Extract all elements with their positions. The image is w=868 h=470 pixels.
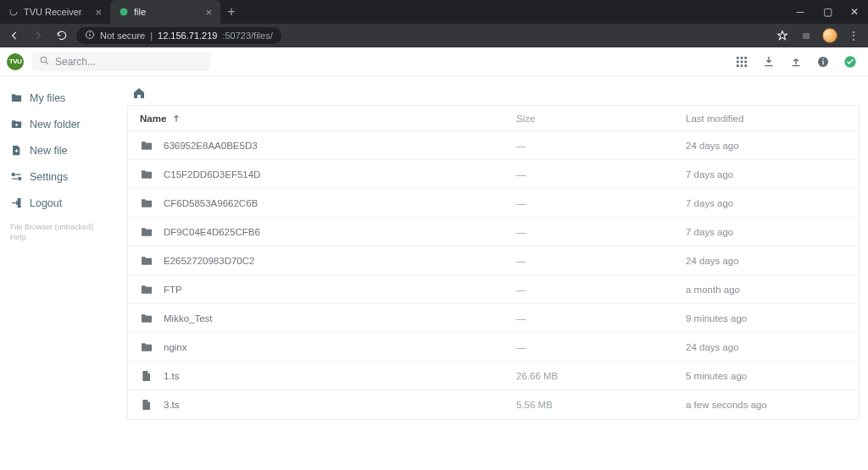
address-bar[interactable]: Not secure | 12.156.71.219:50723/files/ [76, 27, 281, 44]
row-modified: 24 days ago [686, 342, 847, 352]
folder-icon [140, 312, 153, 325]
svg-rect-3 [90, 34, 91, 36]
bookmark-star-icon[interactable] [773, 26, 792, 45]
window-maximize-button[interactable]: ▢ [814, 0, 841, 24]
list-row[interactable]: Mikko_Test — 9 minutes ago [128, 304, 859, 333]
list-row[interactable]: 636952E8AA0BE5D3 — 24 days ago [128, 131, 859, 160]
sidebar-item-settings[interactable]: Settings [0, 163, 127, 190]
row-size: 5.56 MB [516, 400, 686, 410]
row-size: — [516, 169, 686, 180]
new-tab-button[interactable]: + [220, 4, 242, 19]
extension-icon[interactable] [797, 26, 815, 45]
row-name: Mikko_Test [164, 313, 213, 323]
select-toggle-button[interactable] [841, 53, 860, 71]
search-input[interactable]: Search... [32, 53, 210, 71]
row-size: — [516, 198, 686, 208]
row-name: DF9C04E4D625CFB6 [164, 227, 260, 237]
svg-rect-4 [90, 32, 91, 33]
row-modified: 7 days ago [686, 198, 847, 208]
row-name: nginx [164, 342, 187, 352]
list-row[interactable]: E2652720983D70C2 — 24 days ago [128, 246, 859, 275]
sidebar-item-logout[interactable]: Logout [0, 190, 127, 216]
info-button[interactable] [814, 53, 832, 71]
row-size: — [516, 141, 686, 151]
row-modified: 5 minutes ago [686, 371, 847, 381]
tab-favicon-icon [119, 7, 129, 17]
list-row[interactable]: FTP — a month ago [128, 275, 859, 304]
svg-point-6 [41, 57, 47, 63]
nav-forward-button[interactable] [29, 26, 47, 45]
svg-rect-17 [822, 60, 823, 64]
sidebar-item-label: Logout [30, 197, 62, 209]
list-row[interactable]: C15F2DD6D3EF514D — 7 days ago [128, 160, 859, 189]
row-name: 636952E8AA0BE5D3 [164, 141, 258, 151]
sidebar-item-new-file[interactable]: New file [0, 137, 127, 163]
home-icon[interactable] [132, 86, 146, 102]
tab-title: file [134, 7, 146, 17]
svg-rect-14 [741, 64, 743, 67]
row-name: C15F2DD6D3EF514D [164, 169, 260, 180]
app-header: TVU Search... [0, 47, 868, 76]
list-row[interactable]: 3.ts 5.56 MB a few seconds ago [128, 390, 859, 419]
folder-icon [140, 196, 153, 210]
row-modified: a few seconds ago [686, 400, 847, 410]
window-close-button[interactable]: ✕ [841, 0, 868, 24]
profile-avatar[interactable] [821, 26, 839, 45]
svg-rect-8 [741, 57, 743, 59]
sidebar: My files New folder New file Settings Lo… [0, 76, 127, 470]
nav-reload-button[interactable] [53, 26, 71, 45]
search-placeholder: Search... [55, 56, 96, 68]
close-icon[interactable]: × [205, 6, 212, 19]
upload-button[interactable] [787, 53, 805, 71]
browser-menu-button[interactable]: ⋮ [844, 26, 863, 45]
svg-rect-21 [19, 178, 21, 180]
svg-rect-7 [737, 57, 739, 59]
row-size: 26.66 MB [516, 371, 686, 381]
row-modified: 9 minutes ago [686, 313, 847, 323]
view-grid-button[interactable] [732, 53, 751, 71]
download-button[interactable] [760, 53, 778, 71]
browser-toolbar: Not secure | 12.156.71.219:50723/files/ … [0, 24, 868, 47]
info-icon [85, 30, 95, 41]
sidebar-item-label: New file [30, 145, 67, 157]
sidebar-item-label: Settings [30, 171, 68, 183]
nav-back-button[interactable] [5, 26, 24, 45]
folder-icon [140, 254, 153, 268]
folder-icon [140, 283, 153, 296]
browser-tab[interactable]: file × [110, 0, 220, 24]
sidebar-item-my-files[interactable]: My files [0, 85, 127, 111]
row-name: E2652720983D70C2 [164, 256, 254, 266]
svg-point-1 [120, 8, 128, 16]
svg-rect-15 [744, 64, 747, 67]
row-name: 3.ts [164, 400, 180, 410]
browser-tab[interactable]: TVU Receiver × [0, 0, 110, 24]
row-size: — [516, 227, 686, 237]
sidebar-item-label: New folder [30, 119, 81, 130]
list-row[interactable]: CF6D5853A9662C6B — 7 days ago [128, 189, 859, 218]
row-name: CF6D5853A9662C6B [164, 198, 258, 208]
column-header-size[interactable]: Size [516, 113, 686, 124]
sidebar-item-new-folder[interactable]: New folder [0, 111, 127, 137]
svg-rect-10 [737, 60, 739, 63]
file-list: Name Size Last modified 636952E8AA0BE5D3… [127, 105, 860, 420]
row-modified: 24 days ago [686, 141, 847, 151]
svg-rect-11 [741, 60, 743, 63]
svg-rect-5 [803, 33, 810, 39]
app-logo[interactable]: TVU [7, 53, 24, 70]
column-header-name[interactable]: Name [140, 113, 516, 124]
folder-icon [140, 225, 153, 239]
list-row[interactable]: 1.ts 26.66 MB 5 minutes ago [128, 362, 859, 390]
row-modified: 7 days ago [686, 169, 847, 180]
tab-title: TVU Receiver [24, 7, 81, 17]
list-row[interactable]: nginx — 24 days ago [128, 333, 859, 362]
close-icon[interactable]: × [95, 6, 102, 19]
breadcrumb [127, 83, 860, 105]
sidebar-footer: File Browser (untracked) Help [0, 216, 127, 249]
file-icon [140, 398, 153, 412]
column-header-modified[interactable]: Last modified [686, 113, 847, 124]
svg-point-0 [10, 8, 17, 15]
row-size: — [516, 285, 686, 295]
folder-icon [140, 168, 153, 181]
list-row[interactable]: DF9C04E4D625CFB6 — 7 days ago [128, 218, 859, 246]
window-minimize-button[interactable]: ─ [787, 0, 814, 24]
